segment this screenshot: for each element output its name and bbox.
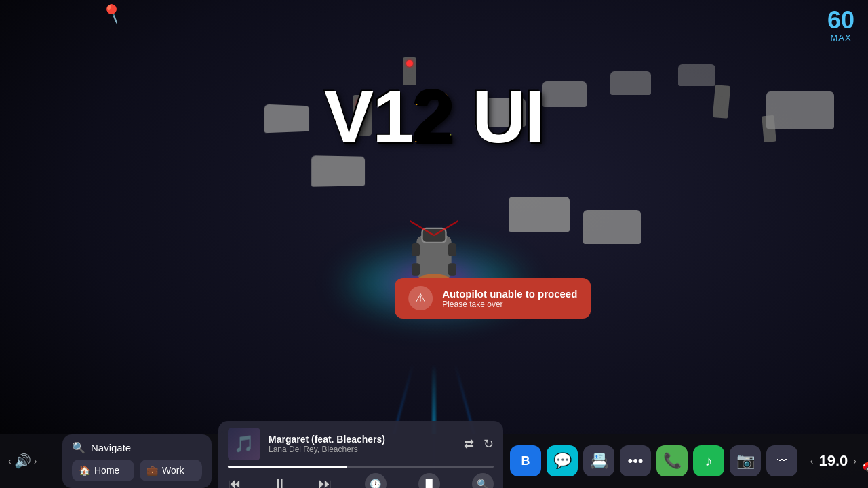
autopilot-alert-text: Autopilot unable to proceed Please take … xyxy=(442,288,577,309)
temperature-value: 19.0 xyxy=(819,452,848,470)
traffic-light-2 xyxy=(403,57,416,85)
volume-icon[interactable]: 🔊 xyxy=(14,453,31,469)
bottom-bar: ‹ 🔊 › 🔍 Navigate 🏠 Home 💼 Work 🎵 xyxy=(0,434,868,488)
traffic-light-1 xyxy=(353,95,372,136)
svg-rect-6 xyxy=(448,264,456,277)
heat-icon: 〰 xyxy=(776,455,787,467)
navigate-search-button[interactable]: 🔍 Navigate xyxy=(72,441,202,454)
music-top-row: 🎵 Margaret (feat. Bleachers) Lana Del Re… xyxy=(228,428,494,460)
navigate-card: 🔍 Navigate 🏠 Home 💼 Work xyxy=(62,434,212,488)
work-button[interactable]: 💼 Work xyxy=(140,460,202,481)
bluetooth-button[interactable]: B xyxy=(510,445,541,476)
other-car-5 xyxy=(610,71,651,95)
volume-control[interactable]: ‹ 🔊 › xyxy=(8,453,56,469)
other-car-7 xyxy=(509,197,570,232)
svg-rect-5 xyxy=(412,264,420,277)
volume-right-arrow[interactable]: › xyxy=(34,455,37,466)
ego-vehicle xyxy=(410,220,458,287)
other-car-1 xyxy=(264,104,309,134)
home-label: Home xyxy=(94,465,119,476)
repeat-icon[interactable]: ↻ xyxy=(484,436,494,451)
album-art-emoji: 🎵 xyxy=(234,434,254,453)
home-button[interactable]: 🏠 Home xyxy=(72,460,134,481)
equalizer-button[interactable]: ▐▌ xyxy=(418,473,440,489)
contacts-icon: 📇 xyxy=(590,452,608,470)
map-background: V12 UI 📍 60 MAX ⚠ Autopilot unable to pr… xyxy=(0,0,868,488)
spotify-button[interactable]: ♪ xyxy=(693,445,724,476)
more-button[interactable]: ••• xyxy=(620,445,651,476)
autopilot-alert: ⚠ Autopilot unable to proceed Please tak… xyxy=(395,278,591,319)
navigation-pin: 📍 xyxy=(98,0,128,29)
spotify-icon: ♪ xyxy=(705,452,713,470)
phone-icon: 📞 xyxy=(663,452,682,470)
shuffle-icon[interactable]: ⇄ xyxy=(464,436,474,451)
svg-rect-4 xyxy=(448,243,456,256)
more-icon: ••• xyxy=(627,452,643,470)
camera-icon: 📷 xyxy=(736,452,755,470)
other-car-4 xyxy=(542,81,587,107)
music-artist: Lana Del Rey, Bleachers xyxy=(269,445,456,454)
contacts-button[interactable]: 📇 xyxy=(583,445,614,476)
music-info: Margaret (feat. Bleachers) Lana Del Rey,… xyxy=(269,434,456,454)
phone-button[interactable]: 📞 xyxy=(656,445,688,476)
progress-bar-fill xyxy=(228,466,347,468)
music-player-card: 🎵 Margaret (feat. Bleachers) Lana Del Re… xyxy=(218,421,503,489)
other-car-6 xyxy=(678,64,715,86)
svg-rect-3 xyxy=(412,243,420,256)
work-icon: 💼 xyxy=(146,465,158,476)
volume-left-arrow[interactable]: ‹ xyxy=(8,455,12,466)
location-row: 🏠 Home 💼 Work xyxy=(72,460,202,481)
messages-button[interactable]: 💬 xyxy=(547,445,578,476)
messages-icon: 💬 xyxy=(553,452,572,470)
other-car-8 xyxy=(583,210,641,244)
bottom-right: ‹ 19.0 › 🚗 xyxy=(804,450,868,472)
progress-bar[interactable] xyxy=(228,466,494,468)
other-car-2 xyxy=(311,155,365,187)
heat-button[interactable]: 〰 xyxy=(766,445,797,476)
temp-left-arrow[interactable]: ‹ xyxy=(810,455,814,466)
autopilot-alert-subtitle: Please take over xyxy=(442,300,577,309)
previous-button[interactable]: ⏮ xyxy=(228,476,241,488)
autopilot-alert-title: Autopilot unable to proceed xyxy=(442,288,577,300)
next-button[interactable]: ⏭ xyxy=(319,476,332,488)
music-controls-bottom: ⏮ ⏸ ⏭ 🕐 ▐▌ 🔍 xyxy=(228,473,494,489)
taskbar-icons: B 💬 📇 ••• 📞 ♪ 📷 〰 xyxy=(510,445,797,476)
other-car-3 xyxy=(475,98,526,127)
home-icon: 🏠 xyxy=(79,465,90,476)
traffic-light-3 xyxy=(713,85,730,119)
camera-button[interactable]: 📷 xyxy=(730,445,761,476)
music-controls-right: ⇄ ↻ xyxy=(464,436,494,451)
navigate-label: Navigate xyxy=(91,442,131,453)
clock-button[interactable]: 🕐 xyxy=(365,473,387,489)
car-status-icon: 🚗 xyxy=(862,450,868,472)
search-icon: 🔍 xyxy=(72,441,85,454)
autopilot-alert-icon: ⚠ xyxy=(408,286,433,310)
pause-button[interactable]: ⏸ xyxy=(273,476,287,488)
temp-right-arrow[interactable]: › xyxy=(853,455,856,466)
music-title: Margaret (feat. Bleachers) xyxy=(269,434,456,445)
other-car-9 xyxy=(766,92,834,129)
speed-indicator: 60 MAX xyxy=(827,8,854,43)
album-art: 🎵 xyxy=(228,428,260,460)
search-music-button[interactable]: 🔍 xyxy=(472,473,494,489)
speed-label: MAX xyxy=(827,33,854,43)
work-label: Work xyxy=(162,465,184,476)
bluetooth-icon: B xyxy=(521,454,530,468)
speed-value: 60 xyxy=(827,8,854,33)
